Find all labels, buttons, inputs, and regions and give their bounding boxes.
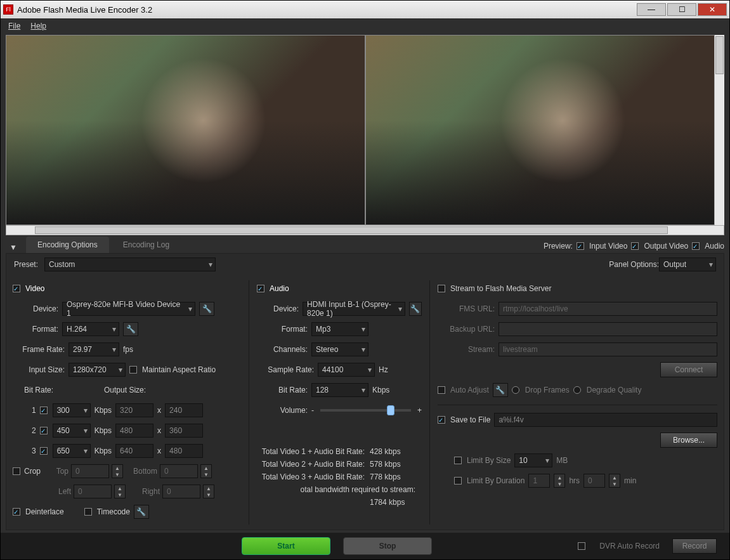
horizontal-scrollbar[interactable]	[6, 225, 724, 235]
start-button[interactable]: Start	[242, 537, 330, 555]
preset-label: Preset:	[14, 260, 44, 269]
vertical-scrollbar[interactable]	[714, 35, 724, 225]
stop-button[interactable]: Stop	[343, 537, 432, 555]
bitrate-3-select[interactable]: 650	[53, 444, 91, 458]
audio-device-settings-icon[interactable]: 🔧	[409, 302, 422, 316]
tabs-bar: ▼ Encoding Options Encoding Log Preview:…	[1, 235, 729, 253]
crop-right: 0	[162, 485, 200, 498]
menu-help[interactable]: Help	[30, 22, 46, 30]
volume-slider[interactable]	[320, 409, 411, 412]
check-input-video[interactable]	[577, 242, 584, 250]
video-device-settings-icon[interactable]: 🔧	[199, 302, 214, 316]
app-window: Fl Adobe Flash Media Live Encoder 3.2 — …	[0, 0, 730, 560]
dur-hrs-stepper[interactable]: ▲▼	[554, 474, 565, 488]
out-w-2[interactable]: 480	[115, 424, 153, 438]
audio-channels-select[interactable]: Stereo	[311, 342, 368, 356]
tab-encoding-log[interactable]: Encoding Log	[112, 237, 181, 253]
backup-url-input	[499, 322, 717, 336]
check-stream-2[interactable]	[40, 427, 48, 434]
footer: Start Stop DVR Auto Record Record	[1, 533, 729, 559]
check-save-file[interactable]	[438, 416, 445, 424]
crop-top-stepper[interactable]: ▲▼	[112, 464, 123, 478]
browse-button[interactable]: Browse...	[660, 433, 717, 448]
volume-thumb[interactable]	[387, 405, 394, 415]
output-column: Stream to Flash Media Server FMS URL: rt…	[438, 280, 717, 524]
check-audio-enable[interactable]	[257, 285, 264, 292]
video-header: Video	[25, 284, 44, 293]
tab-encoding-options[interactable]: Encoding Options	[26, 237, 109, 253]
menubar: File Help	[1, 18, 729, 34]
bitrate-2-select[interactable]: 450	[53, 424, 91, 438]
check-aspect-ratio[interactable]	[129, 366, 137, 374]
check-limit-size[interactable]	[454, 457, 462, 464]
check-stream-1[interactable]	[40, 407, 48, 414]
close-button[interactable]: ✕	[698, 3, 727, 16]
minimize-button[interactable]: —	[637, 3, 666, 16]
limit-size-select[interactable]: 10	[514, 453, 552, 467]
out-h-3[interactable]: 480	[165, 444, 203, 458]
input-preview-pane	[6, 35, 365, 225]
crop-bottom-stepper[interactable]: ▲▼	[200, 464, 212, 478]
totals: Total Video 1 + Audio Bit Rate:428 kbps …	[257, 445, 422, 509]
window-title: Adobe Flash Media Live Encoder 3.2	[17, 5, 637, 15]
preset-select[interactable]: Custom	[44, 257, 216, 271]
check-output-video[interactable]	[631, 242, 639, 250]
video-format-settings-icon[interactable]: 🔧	[123, 322, 138, 336]
audio-device-select[interactable]: HDMI Input B-1 (Osprey-820e 1)	[303, 302, 405, 316]
dur-min-input: 0	[583, 474, 605, 488]
crop-bottom: 0	[160, 464, 198, 478]
preview-area	[6, 35, 724, 225]
frame-rate-select[interactable]: 29.97	[68, 342, 119, 356]
dur-min-stepper[interactable]: ▲▼	[609, 474, 620, 488]
out-h-2[interactable]: 360	[165, 424, 203, 438]
video-device-select[interactable]: Osprey-820e MFI-B Video Device 1	[62, 302, 195, 316]
check-stream-fms[interactable]	[438, 285, 445, 292]
check-dvr-auto-record[interactable]	[578, 542, 585, 550]
video-column: Video Device: Osprey-820e MFI-B Video De…	[13, 280, 241, 524]
panel-options-select[interactable]: Output	[659, 257, 716, 271]
menu-file[interactable]: File	[8, 22, 20, 30]
check-crop[interactable]	[13, 467, 20, 475]
app-icon: Fl	[3, 4, 13, 15]
bitrate-1-select[interactable]: 300	[53, 403, 91, 417]
maximize-button[interactable]: ☐	[667, 3, 696, 16]
encoding-panel: Video Device: Osprey-820e MFI-B Video De…	[6, 275, 724, 530]
auto-adjust-settings-icon[interactable]: 🔧	[493, 383, 508, 397]
panel-options-label: Panel Options:	[609, 260, 659, 269]
check-deinterlace[interactable]	[13, 508, 20, 516]
check-video-enable[interactable]	[13, 285, 20, 292]
check-timecode[interactable]	[84, 508, 92, 516]
radio-drop-frames[interactable]	[512, 386, 519, 394]
audio-column: Audio Device: HDMI Input B-1 (Osprey-820…	[257, 280, 422, 524]
dur-hrs-input: 1	[528, 474, 550, 488]
radio-degrade-quality[interactable]	[573, 386, 581, 394]
check-audio[interactable]	[692, 242, 700, 250]
check-limit-duration[interactable]	[454, 477, 462, 485]
connect-button[interactable]: Connect	[660, 362, 717, 377]
crop-left-stepper[interactable]: ▲▼	[114, 485, 126, 498]
collapse-panel-icon[interactable]: ▼	[6, 242, 21, 253]
output-preview-pane	[365, 35, 725, 225]
audio-bitrate-select[interactable]: 128	[311, 383, 368, 397]
input-size-select[interactable]: 1280x720	[68, 363, 126, 377]
audio-format-select[interactable]: Mp3	[311, 322, 368, 336]
out-w-3[interactable]: 640	[115, 444, 153, 458]
stream-name-input: livestream	[499, 342, 717, 356]
file-path-input[interactable]: a%i.f4v	[494, 413, 717, 427]
video-format-select[interactable]: H.264	[62, 322, 119, 336]
record-button[interactable]: Record	[672, 538, 717, 554]
timecode-settings-icon[interactable]: 🔧	[134, 505, 149, 519]
check-stream-3[interactable]	[40, 447, 48, 455]
fms-url-input: rtmp://localhost/live	[499, 302, 717, 316]
crop-right-stepper[interactable]: ▲▼	[203, 485, 214, 498]
crop-left: 0	[74, 485, 112, 498]
out-w-1[interactable]: 320	[115, 403, 153, 417]
titlebar[interactable]: Fl Adobe Flash Media Live Encoder 3.2 — …	[1, 1, 729, 18]
out-h-1[interactable]: 240	[165, 403, 203, 417]
audio-sample-select[interactable]: 44100	[318, 363, 375, 377]
crop-top: 0	[71, 464, 109, 478]
preview-label: Preview:	[544, 242, 573, 251]
check-auto-adjust[interactable]	[438, 386, 445, 394]
